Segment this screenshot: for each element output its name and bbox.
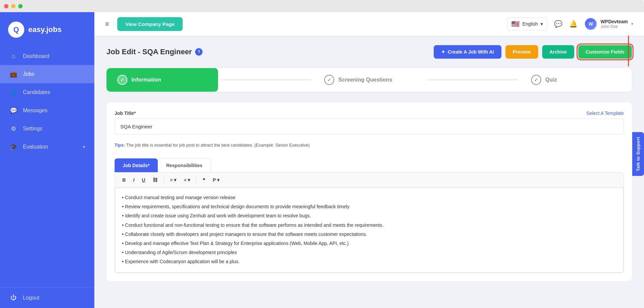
messages-icon: 💬 [9, 107, 18, 114]
form-section: Job Title* Select A Template Tips: The j… [106, 102, 632, 281]
view-company-button[interactable]: View Company Page [117, 17, 183, 31]
step-quiz-label: Quiz [545, 77, 557, 83]
step-check-icon: ✓ [117, 75, 127, 85]
minimize-button[interactable] [11, 4, 16, 8]
select-template-link[interactable]: Select A Template [586, 111, 624, 116]
paragraph-button[interactable]: P ▾ [210, 176, 222, 184]
page-title-row: Job Edit - SQA Engineer ? [106, 48, 203, 56]
user-role: John Doe [601, 24, 628, 29]
sidebar-nav: ⌂ Dashboard 💼 Jobs 👤 Candidates 💬 Messag… [0, 47, 94, 287]
evaluation-icon: 🎓 [9, 143, 18, 151]
sidebar-item-messages[interactable]: 💬 Messages [0, 101, 94, 120]
customize-fields-button[interactable]: Customize Fields [578, 45, 632, 59]
flag-icon: 🇺🇸 [511, 20, 520, 28]
editor-wrapper: B I U ⛓ ≡ ▾ ≡ ▾ ❝ P ▾ Conduct ma [115, 172, 624, 273]
italic-button[interactable]: I [130, 176, 137, 184]
user-chevron-down-icon: ▾ [631, 22, 633, 26]
language-selector[interactable]: 🇺🇸 English ▾ [507, 18, 547, 30]
create-job-ai-label: Create A Job With AI [448, 49, 494, 55]
editor-content[interactable]: Conduct manual testing and manage versio… [115, 188, 623, 273]
chat-icon[interactable]: 💬 [554, 20, 562, 28]
language-label: English [522, 21, 538, 27]
step-dots-2 [428, 80, 518, 80]
talk-to-support-tab[interactable]: Talk to Support [632, 132, 644, 176]
hamburger-menu-icon[interactable]: ≡ [105, 20, 109, 28]
tab-row-container: Job Details* Responsibilities [106, 158, 632, 172]
job-title-input[interactable] [115, 119, 624, 134]
preview-button[interactable]: Preview [505, 45, 538, 59]
step-information-label: Information [131, 77, 161, 83]
tab-row: Job Details* Responsibilities [115, 158, 624, 172]
user-text: WPDevteam John Doe [601, 19, 628, 29]
step-screening[interactable]: ✓ Screening Questions [313, 68, 425, 92]
bold-button[interactable]: B [120, 176, 128, 184]
sidebar-item-candidates[interactable]: 👤 Candidates [0, 83, 94, 101]
help-icon[interactable]: ? [195, 48, 203, 56]
tab-responsibilities[interactable]: Responsibilities [158, 158, 211, 172]
unordered-list-button[interactable]: ≡ ▾ [167, 176, 179, 184]
sidebar: Q easy.jobs ⌂ Dashboard 💼 Jobs 👤 Candida… [0, 12, 94, 308]
job-title-label: Job Title* Select A Template [115, 111, 624, 116]
chevron-down-icon: ▾ [83, 145, 85, 149]
candidates-icon: 👤 [9, 89, 18, 96]
create-job-ai-button[interactable]: ✦ Create A Job With AI [434, 45, 501, 59]
sidebar-item-label: Jobs [23, 71, 34, 77]
step-quiz[interactable]: ✓ Quiz [520, 68, 632, 92]
settings-icon: ⚙ [9, 125, 18, 132]
topbar: ≡ View Company Page 🇺🇸 English ▾ 💬 🔔 W W… [94, 12, 644, 36]
page-title: Job Edit - SQA Engineer [106, 48, 192, 56]
page-header: Job Edit - SQA Engineer ? ✦ Create A Job… [106, 45, 632, 59]
toolbar-separator [163, 177, 164, 183]
toolbar-separator-2 [196, 177, 196, 183]
jobs-icon: 💼 [9, 70, 18, 78]
blockquote-button[interactable]: ❝ [200, 176, 208, 184]
step-check-icon: ✓ [324, 75, 334, 85]
archive-button[interactable]: Archive [542, 45, 574, 59]
fullscreen-button[interactable] [18, 4, 23, 8]
main-content: ≡ View Company Page 🇺🇸 English ▾ 💬 🔔 W W… [94, 12, 644, 308]
logo-text: easy.jobs [28, 25, 62, 34]
tips-text: Tips: The job title is essential for job… [115, 143, 624, 148]
header-actions: ✦ Create A Job With AI Preview Archive C… [434, 45, 632, 59]
sidebar-item-label: Candidates [23, 89, 50, 95]
sidebar-item-evaluation[interactable]: 🎓 Evaluation ▾ [0, 138, 94, 156]
user-name: WPDevteam [601, 19, 628, 24]
topbar-right: 🇺🇸 English ▾ 💬 🔔 W WPDevteam John Doe ▾ [507, 18, 633, 30]
sidebar-item-settings[interactable]: ⚙ Settings [0, 120, 94, 138]
sidebar-item-label: Settings [23, 126, 42, 132]
editor-toolbar: B I U ⛓ ≡ ▾ ≡ ▾ ❝ P ▾ [115, 173, 623, 188]
content-area: Job Edit - SQA Engineer ? ✦ Create A Job… [94, 36, 644, 308]
steps-bar: ✓ Information ✓ Screening Questions ✓ Qu… [106, 68, 632, 92]
step-screening-label: Screening Questions [338, 77, 392, 83]
logout-button[interactable]: ⏻ Logout [0, 287, 94, 308]
step-check-icon: ✓ [531, 75, 541, 85]
sparkle-icon: ✦ [441, 49, 445, 55]
underline-button[interactable]: U [139, 176, 148, 184]
ordered-list-button[interactable]: ≡ ▾ [181, 176, 193, 184]
language-arrow-icon: ▾ [541, 21, 543, 27]
sidebar-item-dashboard[interactable]: ⌂ Dashboard [0, 47, 94, 65]
user-menu[interactable]: W WPDevteam John Doe ▾ [584, 18, 633, 30]
notification-bell-icon[interactable]: 🔔 [569, 20, 578, 28]
tab-job-details[interactable]: Job Details* [115, 158, 158, 172]
step-dots-1 [221, 80, 311, 80]
sidebar-item-label: Evaluation [23, 144, 48, 150]
home-icon: ⌂ [9, 53, 18, 60]
logout-label: Logout [23, 295, 39, 301]
sidebar-item-label: Dashboard [23, 53, 49, 59]
job-title-field-group: Job Title* Select A Template [106, 102, 632, 134]
window-chrome [0, 0, 644, 12]
sidebar-item-jobs[interactable]: 💼 Jobs [0, 65, 94, 83]
close-button[interactable] [4, 4, 8, 8]
editor-container: B I U ⛓ ≡ ▾ ≡ ▾ ❝ P ▾ Conduct ma [106, 172, 632, 281]
step-information[interactable]: ✓ Information [106, 68, 218, 92]
logo-icon: Q [8, 22, 24, 38]
logout-icon: ⏻ [9, 294, 18, 301]
sidebar-item-label: Messages [23, 107, 48, 114]
link-button[interactable]: ⛓ [150, 176, 160, 184]
sidebar-logo: Q easy.jobs [0, 12, 94, 47]
avatar: W [584, 18, 597, 30]
